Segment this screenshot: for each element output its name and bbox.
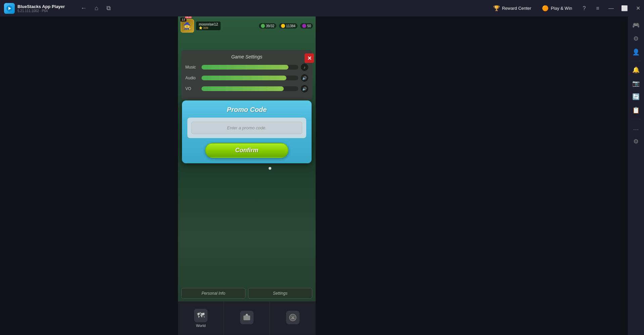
music-icon[interactable]: ♪ [301, 64, 308, 71]
app-name: BlueStacks App Player [17, 4, 65, 9]
music-bar-container [201, 65, 298, 70]
svg-rect-2 [243, 316, 250, 320]
vo-row: VO 🔊 [185, 85, 308, 92]
game-hud: 🧙 13 NEW moonrise12 ⭐ 339 39/32 [178, 19, 316, 33]
promo-code-input[interactable] [191, 122, 302, 134]
hud-stat-gems: 50 [300, 23, 313, 29]
bag-tab-icon [240, 311, 254, 324]
sidebar-clipboard-button[interactable]: 📋 [630, 104, 642, 116]
app-icon-area: BlueStacks App Player 5.21.111.1002 · P6… [0, 3, 74, 14]
play-win-icon: 🟠 [542, 5, 549, 11]
audio-icon[interactable]: 🔊 [301, 74, 308, 82]
personal-info-tab[interactable]: Personal Info [181, 288, 245, 299]
world-tab[interactable]: 🗺 World [178, 301, 224, 335]
promo-dialog: Promo Code Confirm [182, 100, 312, 163]
promo-title: Promo Code [187, 106, 306, 114]
sidebar-settings-button[interactable]: ⚙ [630, 33, 642, 45]
maximize-button[interactable]: ⬜ [618, 2, 631, 14]
vo-bar [201, 86, 284, 91]
settings-tab[interactable]: Settings [248, 288, 312, 299]
game-content: 🧙 13 NEW moonrise12 ⭐ 339 39/32 [178, 16, 316, 335]
play-win-label: Play & Win [551, 6, 572, 11]
sidebar-bell-button[interactable]: 🔔 [630, 64, 642, 76]
app-logo [4, 3, 15, 14]
titlebar: BlueStacks App Player 5.21.111.1002 · P6… [0, 0, 644, 16]
username-text: moonrise12 [199, 22, 218, 26]
bottom-tabs: 🗺 World ⚔ [178, 301, 316, 335]
trophy-icon: 🏆 [493, 5, 500, 11]
vo-bar-container [201, 86, 298, 91]
confirm-button[interactable]: Confirm [205, 143, 288, 158]
window-close-button[interactable]: ✕ [632, 2, 644, 14]
hud-username: moonrise12 ⭐ 339 [196, 22, 221, 30]
minimize-button[interactable]: — [605, 2, 617, 14]
sidebar-person-button[interactable]: 👤 [630, 46, 642, 58]
audio-label: Audio [185, 76, 199, 80]
hud-stats: 39/32 11384 50 [259, 23, 313, 29]
audio-bar-container [201, 76, 298, 80]
new-badge: NEW [185, 16, 192, 18]
svg-text:⚔: ⚔ [291, 315, 295, 320]
hud-stat-coins: 11384 [279, 23, 297, 29]
settings-panel: Game Settings Music ♪ Audio 🔊 VO [181, 50, 312, 100]
music-row: Music ♪ [185, 64, 308, 71]
sidebar-separator-1 [631, 61, 641, 61]
music-bar [201, 65, 288, 70]
help-button[interactable]: ? [578, 2, 590, 14]
sidebar-more-button[interactable]: … [630, 122, 642, 134]
tabs-button[interactable]: ⧉ [105, 3, 112, 13]
combat-tab[interactable]: ⚔ [270, 301, 316, 335]
sidebar-separator-2 [631, 119, 641, 119]
sidebar-gamepad-button[interactable]: 🎮 [630, 19, 642, 31]
right-overlay [299, 16, 628, 335]
bag-tab[interactable] [224, 301, 270, 335]
audio-bar [201, 76, 286, 80]
music-label: Music [185, 65, 199, 70]
promo-input-area [187, 118, 306, 138]
menu-button[interactable]: ≡ [592, 2, 604, 14]
vo-label: VO [185, 86, 199, 91]
world-tab-label: World [196, 324, 206, 328]
action-tabs: Personal Info Settings [181, 288, 312, 299]
sidebar-camera-button[interactable]: 📷 [630, 77, 642, 89]
settings-title: Game Settings [185, 54, 308, 59]
right-sidebar: 🎮 ⚙ 👤 🔔 📷 🔄 📋 … ⚙ [628, 16, 644, 335]
app-version: 5.21.111.1002 · P64 [17, 9, 65, 13]
world-tab-icon: 🗺 [194, 309, 208, 322]
sidebar-refresh-button[interactable]: 🔄 [630, 91, 642, 103]
reward-center-label: Reward Center [502, 6, 531, 11]
nav-buttons: ← ⌂ ⧉ [74, 3, 118, 13]
game-area: 🧙 13 NEW moonrise12 ⭐ 339 39/32 [0, 16, 628, 335]
hud-level: 13 NEW [180, 17, 187, 22]
app-name-area: BlueStacks App Player 5.21.111.1002 · P6… [17, 4, 65, 13]
back-button[interactable]: ← [79, 3, 88, 13]
reward-center-button[interactable]: 🏆 Reward Center [489, 3, 536, 13]
sidebar-gear2-button[interactable]: ⚙ [630, 135, 642, 148]
left-overlay [0, 16, 178, 335]
play-win-button[interactable]: 🟠 Play & Win [537, 3, 577, 13]
hud-avatar: 🧙 13 NEW [181, 19, 194, 33]
dialog-close-button[interactable]: ✕ [305, 53, 314, 63]
audio-row: Audio 🔊 [185, 74, 308, 82]
home-button[interactable]: ⌂ [93, 3, 100, 13]
svg-marker-3 [245, 314, 248, 316]
combat-tab-icon: ⚔ [286, 311, 300, 324]
vo-icon[interactable]: 🔊 [301, 85, 308, 92]
right-controls: 🏆 Reward Center 🟠 Play & Win ? ≡ — ⬜ ✕ [489, 2, 644, 14]
hud-stat-health: 39/32 [259, 23, 276, 29]
